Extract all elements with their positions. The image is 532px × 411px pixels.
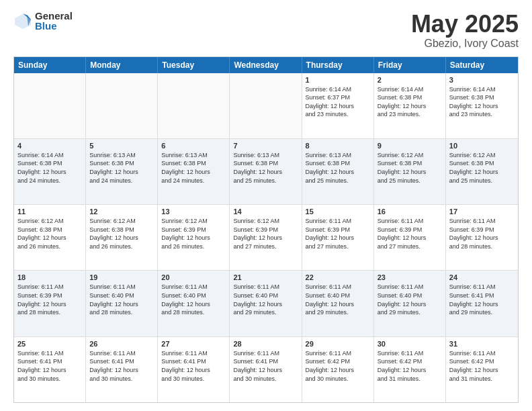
calendar-cell: 13Sunrise: 6:12 AM Sunset: 6:39 PM Dayli… (158, 205, 230, 270)
weekday-header: Monday (86, 57, 158, 73)
cell-info: Sunrise: 6:11 AM Sunset: 6:39 PM Dayligh… (17, 283, 82, 316)
cell-info: Sunrise: 6:11 AM Sunset: 6:41 PM Dayligh… (449, 283, 515, 316)
cell-info: Sunrise: 6:13 AM Sunset: 6:38 PM Dayligh… (89, 151, 154, 185)
calendar-cell (158, 73, 230, 138)
day-number: 25 (17, 340, 82, 348)
calendar-cell: 2Sunrise: 6:14 AM Sunset: 6:38 PM Daylig… (374, 73, 446, 138)
day-number: 12 (89, 208, 154, 216)
day-number: 7 (233, 142, 298, 150)
calendar-cell: 1Sunrise: 6:14 AM Sunset: 6:37 PM Daylig… (302, 73, 374, 138)
cell-info: Sunrise: 6:11 AM Sunset: 6:39 PM Dayligh… (306, 217, 370, 250)
cell-info: Sunrise: 6:12 AM Sunset: 6:38 PM Dayligh… (17, 217, 82, 250)
calendar-body: 1Sunrise: 6:14 AM Sunset: 6:37 PM Daylig… (14, 73, 518, 402)
day-number: 21 (233, 273, 298, 281)
page: General Blue May 2025 Gbezio, Ivory Coas… (0, 0, 532, 411)
calendar-cell: 4Sunrise: 6:14 AM Sunset: 6:38 PM Daylig… (14, 139, 86, 204)
weekday-header: Saturday (446, 57, 518, 73)
subtitle: Gbezio, Ivory Coast (411, 38, 519, 50)
logo-icon (13, 11, 32, 30)
calendar-cell: 26Sunrise: 6:11 AM Sunset: 6:41 PM Dayli… (86, 337, 158, 402)
calendar-cell: 22Sunrise: 6:11 AM Sunset: 6:40 PM Dayli… (302, 271, 374, 336)
calendar-cell: 8Sunrise: 6:13 AM Sunset: 6:38 PM Daylig… (302, 139, 374, 204)
cell-info: Sunrise: 6:11 AM Sunset: 6:40 PM Dayligh… (161, 283, 226, 316)
calendar-cell (86, 73, 158, 138)
calendar-header: SundayMondayTuesdayWednesdayThursdayFrid… (14, 57, 518, 73)
day-number: 9 (378, 142, 442, 150)
cell-info: Sunrise: 6:11 AM Sunset: 6:42 PM Dayligh… (378, 349, 442, 383)
day-number: 30 (378, 340, 442, 348)
logo-text: General Blue (35, 11, 73, 31)
day-number: 6 (161, 142, 226, 150)
weekday-header: Sunday (14, 57, 86, 73)
calendar-cell: 15Sunrise: 6:11 AM Sunset: 6:39 PM Dayli… (302, 205, 374, 270)
cell-info: Sunrise: 6:11 AM Sunset: 6:39 PM Dayligh… (449, 217, 515, 250)
calendar-cell: 14Sunrise: 6:12 AM Sunset: 6:39 PM Dayli… (230, 205, 302, 270)
cell-info: Sunrise: 6:11 AM Sunset: 6:40 PM Dayligh… (89, 283, 154, 316)
title-block: May 2025 Gbezio, Ivory Coast (411, 11, 519, 50)
day-number: 24 (449, 273, 515, 281)
calendar-cell: 7Sunrise: 6:13 AM Sunset: 6:38 PM Daylig… (230, 139, 302, 204)
weekday-header: Wednesday (230, 57, 302, 73)
calendar-cell (14, 73, 86, 138)
day-number: 1 (306, 76, 370, 84)
day-number: 29 (306, 340, 370, 348)
calendar-cell: 19Sunrise: 6:11 AM Sunset: 6:40 PM Dayli… (86, 271, 158, 336)
cell-info: Sunrise: 6:11 AM Sunset: 6:40 PM Dayligh… (306, 283, 370, 316)
logo: General Blue (13, 11, 73, 31)
cell-info: Sunrise: 6:13 AM Sunset: 6:38 PM Dayligh… (306, 151, 370, 185)
calendar-cell: 9Sunrise: 6:12 AM Sunset: 6:38 PM Daylig… (374, 139, 446, 204)
day-number: 18 (17, 273, 82, 281)
day-number: 10 (449, 142, 515, 150)
calendar-cell: 27Sunrise: 6:11 AM Sunset: 6:41 PM Dayli… (158, 337, 230, 402)
cell-info: Sunrise: 6:14 AM Sunset: 6:38 PM Dayligh… (378, 85, 442, 119)
cell-info: Sunrise: 6:11 AM Sunset: 6:41 PM Dayligh… (17, 349, 82, 383)
calendar-cell: 20Sunrise: 6:11 AM Sunset: 6:40 PM Dayli… (158, 271, 230, 336)
day-number: 20 (161, 273, 226, 281)
calendar-cell: 31Sunrise: 6:11 AM Sunset: 6:42 PM Dayli… (446, 337, 518, 402)
day-number: 15 (306, 208, 370, 216)
weekday-header: Thursday (302, 57, 374, 73)
weekday-header: Tuesday (158, 57, 230, 73)
calendar-row: 11Sunrise: 6:12 AM Sunset: 6:38 PM Dayli… (14, 204, 518, 270)
day-number: 4 (17, 142, 82, 150)
day-number: 3 (449, 76, 515, 84)
calendar-cell: 6Sunrise: 6:13 AM Sunset: 6:38 PM Daylig… (158, 139, 230, 204)
calendar-cell: 24Sunrise: 6:11 AM Sunset: 6:41 PM Dayli… (446, 271, 518, 336)
cell-info: Sunrise: 6:11 AM Sunset: 6:42 PM Dayligh… (449, 349, 515, 383)
calendar-cell: 21Sunrise: 6:11 AM Sunset: 6:40 PM Dayli… (230, 271, 302, 336)
calendar-cell: 28Sunrise: 6:11 AM Sunset: 6:41 PM Dayli… (230, 337, 302, 402)
day-number: 5 (89, 142, 154, 150)
calendar-cell (230, 73, 302, 138)
day-number: 16 (378, 208, 442, 216)
calendar-cell: 10Sunrise: 6:12 AM Sunset: 6:38 PM Dayli… (446, 139, 518, 204)
day-number: 8 (306, 142, 370, 150)
cell-info: Sunrise: 6:11 AM Sunset: 6:41 PM Dayligh… (233, 349, 298, 383)
cell-info: Sunrise: 6:14 AM Sunset: 6:38 PM Dayligh… (449, 85, 515, 119)
weekday-header: Friday (374, 57, 446, 73)
calendar-row: 18Sunrise: 6:11 AM Sunset: 6:39 PM Dayli… (14, 270, 518, 336)
day-number: 23 (378, 273, 442, 281)
cell-info: Sunrise: 6:12 AM Sunset: 6:39 PM Dayligh… (233, 217, 298, 250)
cell-info: Sunrise: 6:12 AM Sunset: 6:39 PM Dayligh… (161, 217, 226, 250)
calendar-cell: 11Sunrise: 6:12 AM Sunset: 6:38 PM Dayli… (14, 205, 86, 270)
day-number: 28 (233, 340, 298, 348)
day-number: 26 (89, 340, 154, 348)
calendar-cell: 18Sunrise: 6:11 AM Sunset: 6:39 PM Dayli… (14, 271, 86, 336)
calendar-row: 25Sunrise: 6:11 AM Sunset: 6:41 PM Dayli… (14, 336, 518, 402)
calendar-row: 1Sunrise: 6:14 AM Sunset: 6:37 PM Daylig… (14, 73, 518, 138)
calendar-cell: 3Sunrise: 6:14 AM Sunset: 6:38 PM Daylig… (446, 73, 518, 138)
cell-info: Sunrise: 6:13 AM Sunset: 6:38 PM Dayligh… (233, 151, 298, 185)
cell-info: Sunrise: 6:11 AM Sunset: 6:40 PM Dayligh… (378, 283, 442, 316)
day-number: 27 (161, 340, 226, 348)
logo-blue: Blue (35, 21, 73, 31)
calendar: SundayMondayTuesdayWednesdayThursdayFrid… (13, 56, 519, 403)
calendar-cell: 5Sunrise: 6:13 AM Sunset: 6:38 PM Daylig… (86, 139, 158, 204)
header: General Blue May 2025 Gbezio, Ivory Coas… (13, 11, 519, 50)
calendar-cell: 16Sunrise: 6:11 AM Sunset: 6:39 PM Dayli… (374, 205, 446, 270)
day-number: 11 (17, 208, 82, 216)
day-number: 2 (378, 76, 442, 84)
cell-info: Sunrise: 6:14 AM Sunset: 6:38 PM Dayligh… (17, 151, 82, 185)
logo-general: General (35, 11, 73, 21)
cell-info: Sunrise: 6:11 AM Sunset: 6:40 PM Dayligh… (233, 283, 298, 316)
calendar-cell: 29Sunrise: 6:11 AM Sunset: 6:42 PM Dayli… (302, 337, 374, 402)
